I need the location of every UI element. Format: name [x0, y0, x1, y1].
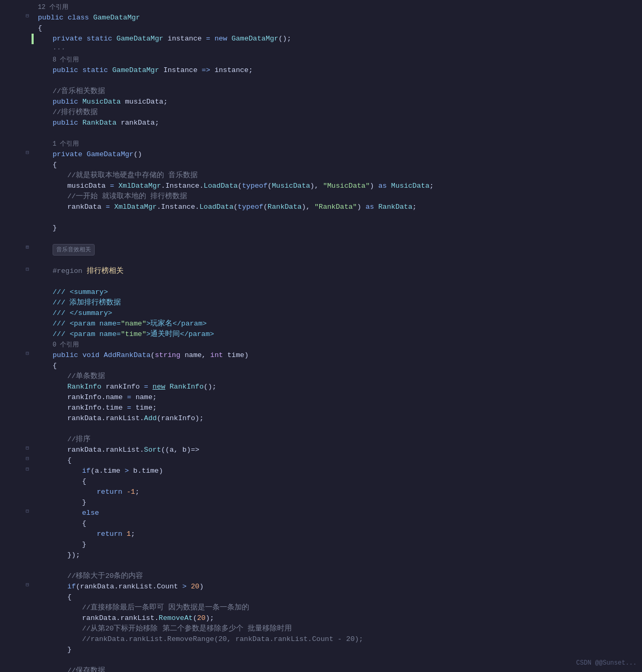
watermark: CSDN @@Sunset... [576, 659, 637, 667]
line-summary1: /// <summary> [0, 287, 642, 298]
line-new-rankinfo: RankInfo rankInfo = new RankInfo(); [0, 382, 642, 392]
line-dots: ··· [0, 44, 642, 55]
line-musicdata: public MusicData musicData; [0, 97, 642, 107]
line-blank-3 [0, 212, 642, 223]
line-cmt-save: //保存数据 [0, 666, 642, 672]
line-summary2: /// 添加排行榜数据 [0, 298, 642, 308]
line-cmt-single: //单条数据 [0, 371, 642, 382]
line-blank-4 [0, 233, 642, 244]
line-close-brace-ctor: } [0, 223, 642, 233]
line-cmt-load-rank: //一开始 就读取本地的 排行榜数据 [0, 191, 642, 202]
line-return-neg1: return -1; [0, 487, 642, 497]
line-ranklist-add: rankData.rankList.Add(rankInfo); [0, 413, 642, 424]
line-open-brace-else: { [0, 518, 642, 529]
line-removeat: rankData.rankList.RemoveAt(20); [0, 613, 642, 624]
line-instance-field: private static GameDataMgr instance = ne… [0, 34, 642, 44]
line-ref-count-8: 8 个引用 [0, 55, 642, 65]
line-cmt-remove: //移除大于20条的内容 [0, 571, 642, 582]
line-ref-count-1b: 1 个引用 [0, 139, 642, 149]
line-cmt-sort: //排序 [0, 434, 642, 445]
line-ref-count-0: 0 个引用 [0, 340, 642, 350]
line-if-count: ⊟ if(rankData.rankList.Count > 20) [0, 582, 642, 592]
line-sort-lambda: ⊟ rankData.rankList.Sort((a, b)=> [0, 445, 642, 455]
line-addrankdata-decl: ⊟ public void AddRankData(string name, i… [0, 350, 642, 361]
line-blank-6 [0, 277, 642, 287]
line-close-lambda: }); [0, 550, 642, 561]
line-param-time: /// <param name="time">通关时间</param> [0, 329, 642, 340]
line-close-brace-if2: } [0, 645, 642, 655]
line-open-brace-if: { [0, 476, 642, 487]
line-blank-8 [0, 561, 642, 571]
line-blank-9 [0, 655, 642, 666]
line-open-brace-if2: { [0, 592, 642, 603]
line-cmt-removelast: //直接移除最后一条即可 因为数据是一条一条加的 [0, 603, 642, 613]
line-music-region-collapsed: ⊞ 音乐音效相关 [0, 244, 642, 256]
line-cmt-removerange: //从第20下标开始移除 第二个参数是移除多少个 批量移除时用 [0, 624, 642, 634]
line-close-brace-if: } [0, 497, 642, 508]
line-class-decl: ⊟ public class GameDataMgr [0, 13, 642, 23]
line-cmt-rank: //排行榜数据 [0, 107, 642, 118]
line-region-rank: ⊟ #region 排行榜相关 [0, 266, 642, 277]
line-blank-1 [0, 76, 642, 86]
line-cmt-removerange2: //rankData.rankList.RemoveRange(20, rank… [0, 634, 642, 645]
line-open-brace-lambda: ⊟ { [0, 455, 642, 466]
line-blank-5 [0, 256, 642, 266]
line-ref-count-1: 12 个引用 [0, 2, 642, 13]
line-instance-prop: public static GameDataMgr Instance => in… [0, 65, 642, 76]
line-if-time: ⊟ if(a.time > b.time) [0, 466, 642, 476]
line-close-brace-else: } [0, 539, 642, 550]
line-open-brace-ctor: { [0, 160, 642, 170]
line-rankinfo-time: rankInfo.time = time; [0, 403, 642, 413]
line-constructor: ⊟ private GameDataMgr() [0, 149, 642, 160]
line-open-brace-method: { [0, 361, 642, 371]
line-open-brace-class: { [0, 23, 642, 34]
line-cmt-music: //音乐相关数据 [0, 86, 642, 97]
line-summary3: /// </summary> [0, 308, 642, 319]
line-cmt-load-music: //就是获取本地硬盘中存储的 音乐数据 [0, 170, 642, 181]
line-else: ⊟ else [0, 508, 642, 518]
line-blank-7 [0, 424, 642, 434]
line-rankinfo-name: rankInfo.name = name; [0, 392, 642, 403]
line-param-name: /// <param name="name">玩家名</param> [0, 319, 642, 329]
line-rankdata: public RankData rankData; [0, 118, 642, 128]
code-editor: 12 个引用 ⊟ public class GameDataMgr { priv… [0, 0, 642, 672]
line-load-musicdata: musicData = XmlDataMgr.Instance.LoadData… [0, 181, 642, 191]
line-return-1: return 1; [0, 529, 642, 539]
line-load-rankdata: rankData = XmlDataMgr.Instance.LoadData(… [0, 202, 642, 212]
line-blank-2 [0, 128, 642, 139]
